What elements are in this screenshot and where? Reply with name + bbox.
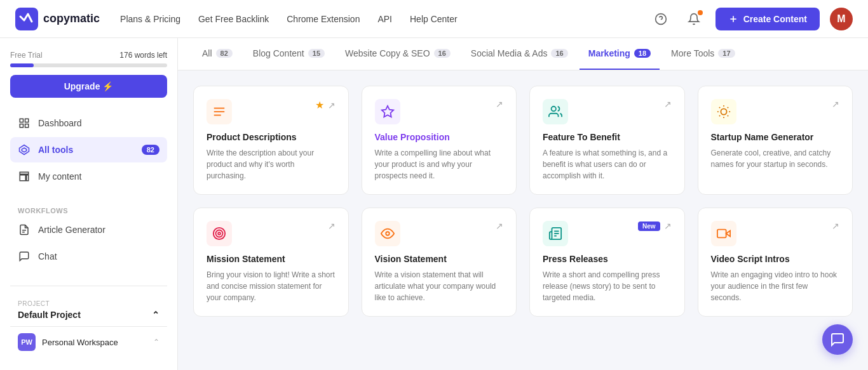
sidebar-workflows-nav: Article Generator Chat [10,217,167,269]
sidebar-dashboard-label: Dashboard [38,118,159,128]
tab-marketing[interactable]: Marketing 18 [580,38,660,70]
mycontent-icon [18,170,31,183]
notification-button[interactable] [682,8,705,30]
card-value-proposition[interactable]: ↗ Value Proposition Write a compelling l… [362,86,517,195]
sidebar-item-alltools[interactable]: All tools 82 [10,137,167,162]
user-avatar[interactable]: M [830,8,853,30]
trial-progress-bar [10,63,167,67]
workspace-name: Personal Workspace [42,338,147,347]
chat-bubble-button[interactable] [822,324,853,355]
sidebar-chat-label: Chat [38,251,159,261]
star-icon[interactable]: ★ [315,99,324,111]
logo-text: copymatic [43,12,100,25]
tab-social[interactable]: Social Media & Ads 16 [462,38,577,70]
trial-label: Free Trial [10,51,43,60]
expand-icon[interactable]: ↗ [832,99,839,109]
svg-rect-35 [717,230,726,238]
svg-point-30 [386,232,390,235]
alltools-badge: 82 [142,145,159,155]
card-title: Product Descriptions [207,132,336,142]
tab-website[interactable]: Website Copy & SEO 16 [336,38,459,70]
new-badge: New [638,221,660,231]
help-icon-button[interactable] [649,8,672,30]
value-proposition-icon [375,99,400,124]
card-desc: A feature is what something is, and a be… [543,147,672,182]
card-desc: Generate cool, creative, and catchy name… [711,147,840,170]
card-title: Press Releases [543,254,672,264]
sidebar-item-mycontent[interactable]: My content [10,164,167,189]
nav-links: Plans & Pricing Get Free Backlink Chrome… [120,14,458,24]
card-desc: Write an engaging video intro to hook yo… [711,269,840,303]
trial-bar-fill [10,63,34,67]
svg-rect-0 [15,8,38,30]
svg-rect-6 [25,119,29,122]
expand-icon[interactable]: ↗ [328,221,336,231]
workspace-section[interactable]: PW Personal Workspace ⌃ [10,326,167,357]
svg-rect-5 [20,119,23,122]
trial-words: 176 words left [119,51,167,60]
upgrade-button[interactable]: Upgrade ⚡ [10,75,167,98]
expand-icon[interactable]: ↗ [832,221,839,231]
tab-all[interactable]: All 82 [193,38,241,70]
svg-marker-10 [22,148,27,152]
card-video-script[interactable]: ↗ Video Script Intros Write an engaging … [698,208,853,317]
workspace-chevron-icon: ⌃ [153,338,159,347]
svg-point-18 [721,109,726,114]
nav-api[interactable]: API [377,14,392,24]
video-script-icon [711,221,736,246]
tabs-bar: All 82 Blog Content 15 Website Copy & SE… [178,38,868,70]
sidebar-item-dashboard[interactable]: Dashboard [10,110,167,136]
card-desc: Write a short and compelling press relea… [543,269,672,303]
expand-icon[interactable]: ↗ [664,221,672,231]
logo[interactable]: copymatic [15,8,100,30]
svg-marker-9 [20,145,29,155]
nav-extension[interactable]: Chrome Extension [287,14,360,24]
card-feature-to-benefit[interactable]: ↗ Feature To Benefit A feature is what s… [529,86,685,195]
card-press-releases[interactable]: New ↗ Press Releases Write a short and c… [529,208,685,317]
sidebar-article-label: Article Generator [38,225,159,235]
workflows-section-label: Workflows [10,202,167,217]
card-title: Feature To Benefit [543,132,672,142]
card-desc: Write a vision statement that will artic… [375,269,504,303]
card-mission-statement[interactable]: ↗ Mission Statement Bring your vision to… [193,208,349,317]
nav-right: Create Content M [649,8,853,30]
project-label: PROJECT [18,300,159,307]
card-title: Startup Name Generator [711,132,840,142]
sidebar-mycontent-label: My content [38,171,159,182]
project-section[interactable]: PROJECT Default Project ⌃ [10,294,167,326]
main-content: All 82 Blog Content 15 Website Copy & SE… [178,38,868,370]
vision-icon [375,221,400,246]
expand-icon[interactable]: ↗ [328,100,336,110]
expand-icon[interactable]: ↗ [496,99,503,109]
svg-rect-8 [20,124,23,128]
trial-section: Free Trial 176 words left Upgrade ⚡ [10,51,167,98]
card-product-descriptions[interactable]: ★ ↗ Product Descriptions Write the descr… [193,86,349,195]
feature-benefit-icon [543,99,568,124]
press-releases-icon [543,221,568,246]
article-icon [18,223,31,236]
svg-rect-7 [25,124,29,128]
svg-line-22 [727,116,728,116]
nav-plans[interactable]: Plans & Pricing [120,14,180,24]
card-startup-name[interactable]: ↗ Startup Name Generator Generate cool, … [698,86,853,195]
svg-line-21 [719,107,719,108]
alltools-icon [18,143,31,156]
expand-icon[interactable]: ↗ [664,99,672,109]
tab-blog[interactable]: Blog Content 15 [244,38,334,70]
sidebar-item-chat[interactable]: Chat [10,244,167,269]
chat-icon [18,250,31,263]
create-content-button[interactable]: Create Content [715,8,820,30]
card-desc: Bring your vision to light! Write a shor… [207,269,336,303]
cards-grid: ★ ↗ Product Descriptions Write the descr… [193,86,853,317]
notification-dot [698,10,703,15]
mission-icon [207,221,232,246]
layout: Free Trial 176 words left Upgrade ⚡ Dash… [0,38,868,370]
card-title: Mission Statement [207,254,336,264]
expand-icon[interactable]: ↗ [496,221,503,231]
tab-more[interactable]: More Tools 17 [662,38,743,70]
sidebar-item-article[interactable]: Article Generator [10,217,167,242]
nav-backlink[interactable]: Get Free Backlink [198,14,269,24]
nav-help[interactable]: Help Center [410,14,458,24]
dashboard-icon [18,117,31,129]
card-vision-statement[interactable]: ↗ Vision Statement Write a vision statem… [362,208,517,317]
